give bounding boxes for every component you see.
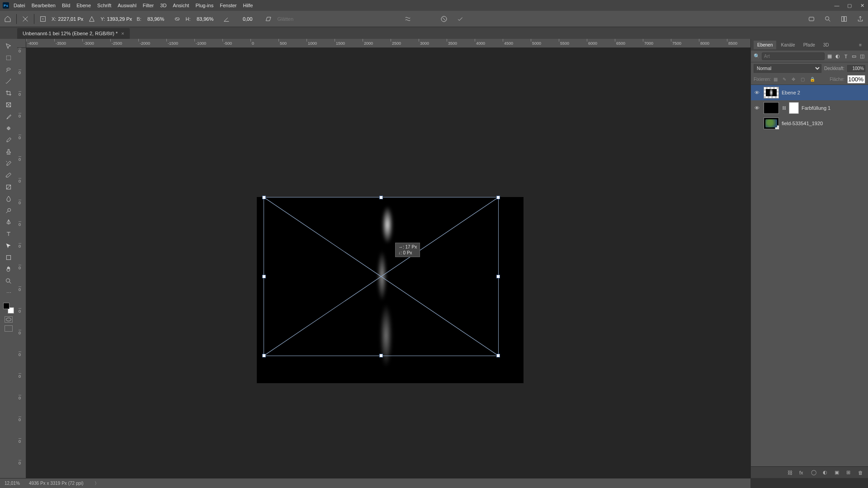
layer-name[interactable]: field-533541_1920 bbox=[782, 121, 823, 126]
heal-tool[interactable] bbox=[2, 123, 15, 134]
crop-tool[interactable] bbox=[2, 88, 15, 99]
blend-mode-select[interactable]: Normal bbox=[754, 64, 821, 73]
transform-bounding-box[interactable]: →: 17 Px ↓: 0 Px bbox=[264, 197, 499, 356]
menu-plugins[interactable]: Plug-ins bbox=[195, 3, 213, 8]
ruler-origin[interactable] bbox=[17, 39, 26, 48]
link-mask-icon[interactable]: ⛓ bbox=[782, 106, 786, 110]
screenmode-icon[interactable] bbox=[5, 325, 13, 332]
foreground-color[interactable] bbox=[3, 303, 9, 309]
adjustment-layer-icon[interactable]: ◐ bbox=[823, 469, 829, 475]
workspace-icon[interactable] bbox=[840, 15, 848, 23]
minimize-button[interactable]: — bbox=[834, 3, 840, 9]
zoom-level[interactable]: 12,01% bbox=[5, 481, 20, 486]
panel-menu-icon[interactable]: ≡ bbox=[855, 41, 865, 49]
lock-all-icon[interactable]: 🔒 bbox=[810, 77, 816, 82]
tab-3d[interactable]: 3D bbox=[820, 41, 833, 49]
history-brush-tool[interactable] bbox=[2, 158, 15, 169]
document-tab[interactable]: Unbenannt-1 bei 12% (Ebene 2, RGB/8#) * … bbox=[17, 28, 130, 39]
quickmask-icon[interactable] bbox=[5, 316, 13, 323]
menu-hilfe[interactable]: Hilfe bbox=[243, 3, 253, 8]
add-mask-icon[interactable]: ◯ bbox=[811, 469, 817, 475]
y-input[interactable] bbox=[107, 15, 132, 23]
transform-handle-ml[interactable] bbox=[262, 275, 266, 278]
frame-tool[interactable] bbox=[2, 99, 15, 110]
more-tools-icon[interactable]: ⋯ bbox=[2, 287, 15, 298]
menu-bild[interactable]: Bild bbox=[62, 3, 70, 8]
lock-artboard-icon[interactable]: ▢ bbox=[801, 77, 807, 82]
vertical-ruler[interactable]: 00000000000000000000 bbox=[17, 48, 26, 478]
group-icon[interactable]: ▣ bbox=[835, 469, 841, 475]
menu-schrift[interactable]: Schrift bbox=[97, 3, 111, 8]
share-icon[interactable] bbox=[856, 15, 864, 23]
layer-filter-input[interactable] bbox=[762, 52, 825, 60]
lock-pixels-icon[interactable]: ✎ bbox=[783, 77, 789, 82]
transform-handle-tm[interactable] bbox=[379, 196, 383, 199]
interpolation-label[interactable]: Glätten bbox=[278, 16, 293, 22]
x-input[interactable] bbox=[58, 15, 83, 23]
fill-input[interactable] bbox=[847, 75, 865, 84]
transform-handle-bl[interactable] bbox=[262, 354, 266, 357]
tab-pfade[interactable]: Pfade bbox=[800, 41, 819, 49]
warp-icon[interactable] bbox=[404, 15, 412, 23]
close-tab-icon[interactable]: × bbox=[121, 31, 124, 36]
zoom-tool[interactable] bbox=[2, 276, 15, 286]
blur-tool[interactable] bbox=[2, 193, 15, 204]
opacity-input[interactable] bbox=[847, 65, 865, 72]
transform-handle-tl[interactable] bbox=[262, 196, 266, 199]
link-layers-icon[interactable]: ⛓ bbox=[788, 470, 794, 475]
layer-thumbnail[interactable] bbox=[764, 87, 779, 99]
menu-ebene[interactable]: Ebene bbox=[76, 3, 91, 8]
layer-row[interactable]: field-533541_1920 bbox=[751, 116, 868, 131]
lasso-tool[interactable] bbox=[2, 64, 15, 75]
filter-pixel-icon[interactable]: ▦ bbox=[826, 53, 833, 60]
layer-thumbnail[interactable] bbox=[764, 102, 779, 114]
filter-adjust-icon[interactable]: ◐ bbox=[835, 53, 841, 60]
layer-row[interactable]: 👁 Ebene 2 bbox=[751, 85, 868, 100]
visibility-toggle[interactable]: 👁 bbox=[753, 105, 761, 111]
cancel-transform-icon[interactable] bbox=[440, 15, 448, 23]
menu-fenster[interactable]: Fenster bbox=[220, 3, 236, 8]
type-tool[interactable] bbox=[2, 229, 15, 239]
maximize-button[interactable]: ▢ bbox=[846, 3, 853, 9]
layer-fx-icon[interactable]: fx bbox=[799, 470, 806, 475]
eraser-tool[interactable] bbox=[2, 170, 15, 181]
wand-tool[interactable] bbox=[2, 76, 15, 87]
shape-tool[interactable] bbox=[2, 252, 15, 263]
stamp-tool[interactable] bbox=[2, 146, 15, 157]
transform-handle-br[interactable] bbox=[496, 354, 500, 357]
layer-name[interactable]: Ebene 2 bbox=[782, 90, 800, 95]
filter-smart-icon[interactable]: ◫ bbox=[859, 53, 865, 60]
path-tool[interactable] bbox=[2, 240, 15, 251]
menu-3d[interactable]: 3D bbox=[160, 3, 166, 8]
w-input[interactable] bbox=[143, 15, 169, 23]
new-layer-icon[interactable]: ⊞ bbox=[846, 469, 853, 475]
canvas-area[interactable]: -4000-3500-3000-2500-2000-1500-1000-5000… bbox=[17, 39, 750, 478]
tab-ebenen[interactable]: Ebenen bbox=[754, 41, 776, 49]
layer-mask-thumbnail[interactable] bbox=[789, 102, 799, 114]
visibility-toggle[interactable]: 👁 bbox=[753, 90, 761, 95]
cloud-docs-icon[interactable] bbox=[807, 15, 816, 23]
reference-point-icon[interactable] bbox=[39, 15, 47, 23]
rotation-input[interactable] bbox=[235, 15, 260, 23]
search-icon[interactable] bbox=[824, 15, 832, 23]
move-tool[interactable] bbox=[2, 41, 15, 52]
info-chevron-icon[interactable]: 〉 bbox=[94, 480, 99, 487]
tab-kanale[interactable]: Kanäle bbox=[777, 41, 798, 49]
brush-tool[interactable] bbox=[2, 135, 15, 145]
delta-icon[interactable] bbox=[88, 15, 96, 23]
layer-name[interactable]: Farbfüllung 1 bbox=[802, 105, 830, 111]
layer-thumbnail[interactable] bbox=[764, 117, 779, 129]
color-swatches[interactable] bbox=[3, 303, 14, 314]
doc-info[interactable]: 4936 Px x 3319 Px (72 ppi) bbox=[29, 481, 84, 486]
transform-handle-mr[interactable] bbox=[496, 275, 500, 278]
gradient-tool[interactable] bbox=[2, 182, 15, 192]
commit-transform-icon[interactable] bbox=[456, 15, 464, 23]
h-input[interactable] bbox=[193, 15, 218, 23]
filter-type-icon[interactable]: T bbox=[843, 53, 849, 60]
transform-handle-bm[interactable] bbox=[379, 354, 383, 357]
close-button[interactable]: ✕ bbox=[859, 3, 865, 9]
menu-ansicht[interactable]: Ansicht bbox=[173, 3, 189, 8]
delete-layer-icon[interactable]: 🗑 bbox=[858, 470, 864, 475]
lock-position-icon[interactable]: ✥ bbox=[792, 77, 798, 82]
home-icon[interactable] bbox=[4, 15, 12, 23]
